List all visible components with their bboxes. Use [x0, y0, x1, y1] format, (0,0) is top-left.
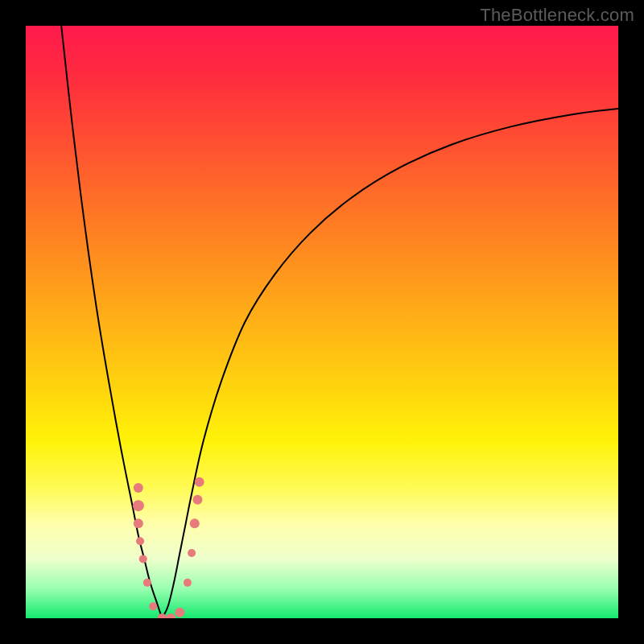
data-marker	[175, 608, 184, 617]
data-marker	[166, 613, 175, 618]
data-marker	[157, 613, 167, 618]
data-marker	[190, 518, 200, 528]
bottleneck-curve-svg	[26, 26, 618, 618]
data-marker	[143, 579, 151, 587]
data-marker	[136, 537, 144, 545]
curve-right-branch	[162, 109, 618, 618]
data-marker	[134, 483, 143, 493]
data-marker	[149, 602, 157, 610]
attribution-text: TheBottleneck.com	[480, 5, 634, 26]
curve-left-branch	[61, 26, 162, 618]
data-marker	[184, 579, 192, 587]
data-marker	[133, 500, 144, 511]
data-marker	[188, 549, 196, 557]
data-marker	[139, 555, 147, 563]
data-marker	[195, 477, 204, 487]
data-marker	[192, 495, 202, 505]
data-marker	[134, 518, 143, 528]
plot-area	[26, 26, 618, 618]
chart-frame: TheBottleneck.com	[0, 0, 644, 644]
